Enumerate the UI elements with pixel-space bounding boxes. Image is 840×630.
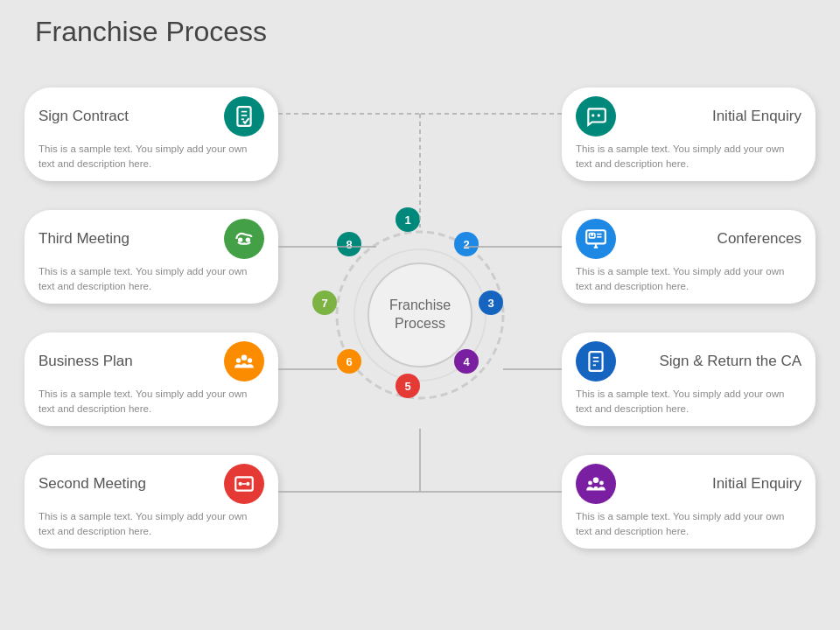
svg-point-38	[593, 477, 599, 483]
card-initial-enquiry-2-title: Initial Enquiry	[712, 475, 802, 493]
svg-point-18	[242, 354, 248, 360]
card-business-plan-title: Business Plan	[38, 353, 133, 370]
card-initial-enquiry-1-icon	[576, 96, 616, 136]
card-initial-enquiry-2-icon	[576, 464, 616, 504]
ring-dot-2: 2	[454, 232, 479, 256]
center-diagram: Franchise Process 1 2 3 4 5 6 7 8	[324, 219, 516, 411]
card-conferences-text: This is a sample text. You simply add yo…	[576, 264, 802, 295]
ring-dot-3: 3	[479, 290, 503, 315]
center-text: Franchise Process	[368, 262, 472, 368]
ring-dot-4: 4	[454, 349, 479, 374]
card-conferences-icon	[576, 219, 616, 259]
card-third-meeting: Third Meeting This is a sample text. You…	[24, 210, 278, 304]
card-business-plan-icon	[224, 341, 264, 382]
card-third-meeting-icon	[224, 219, 264, 259]
card-initial-enquiry-1: Initial Enquiry This is a sample text. Y…	[562, 88, 816, 181]
card-sign-contract-text: This is a sample text. You simply add yo…	[38, 142, 264, 172]
svg-point-17	[246, 237, 250, 242]
svg-point-23	[246, 482, 249, 486]
card-conferences-title: Conferences	[718, 230, 802, 248]
card-initial-enquiry-2: Initial Enquiry This is a sample text. Y…	[562, 455, 816, 549]
card-sign-return-ca: Sign & Return the CA This is a sample te…	[562, 332, 816, 426]
card-sign-return-ca-title: Sign & Return the CA	[659, 353, 802, 370]
card-third-meeting-text: This is a sample text. You simply add yo…	[38, 264, 264, 295]
svg-point-16	[238, 237, 242, 242]
card-conferences: Conferences This is a sample text. You s…	[562, 210, 816, 304]
page-title: Franchise Process	[35, 16, 267, 48]
svg-point-39	[588, 481, 592, 486]
card-second-meeting: Second Meeting This is a sample text. Yo…	[24, 455, 278, 549]
card-sign-contract-icon	[224, 96, 264, 136]
svg-point-26	[598, 114, 600, 116]
svg-point-22	[239, 482, 242, 486]
card-second-meeting-text: This is a sample text. You simply add yo…	[38, 509, 264, 540]
card-initial-enquiry-1-text: This is a sample text. You simply add yo…	[576, 142, 802, 172]
card-business-plan-text: This is a sample text. You simply add yo…	[38, 387, 264, 417]
card-sign-contract-title: Sign Contract	[38, 108, 129, 125]
card-second-meeting-title: Second Meeting	[38, 475, 146, 493]
card-third-meeting-title: Third Meeting	[38, 230, 130, 248]
card-second-meeting-icon	[224, 464, 264, 504]
card-business-plan: Business Plan This is a sample text. You…	[24, 332, 278, 426]
card-sign-return-ca-text: This is a sample text. You simply add yo…	[576, 387, 802, 417]
ring-dot-6: 6	[337, 349, 361, 374]
svg-point-20	[248, 358, 252, 362]
card-initial-enquiry-2-text: This is a sample text. You simply add yo…	[576, 509, 802, 540]
svg-point-31	[591, 234, 593, 236]
card-initial-enquiry-1-title: Initial Enquiry	[712, 108, 802, 125]
ring-dot-7: 7	[312, 290, 337, 315]
svg-point-19	[236, 358, 241, 362]
svg-point-25	[592, 114, 594, 116]
svg-point-40	[599, 481, 604, 486]
ring-dot-1: 1	[396, 207, 420, 232]
ring-dot-5: 5	[396, 374, 420, 398]
card-sign-return-ca-icon	[576, 341, 616, 382]
ring-dot-8: 8	[337, 232, 361, 256]
card-sign-contract: Sign Contract This is a sample text. You…	[24, 88, 278, 181]
